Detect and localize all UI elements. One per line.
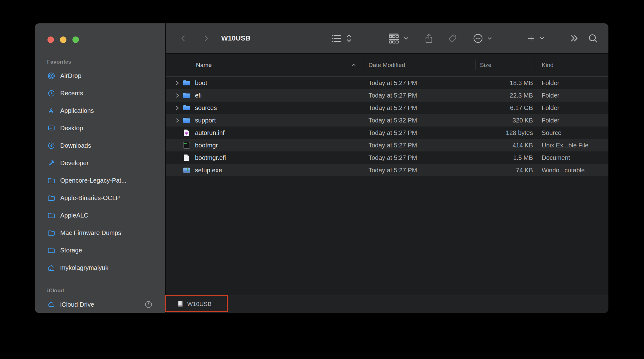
share-icon xyxy=(424,33,434,44)
sidebar-item-label: AirDrop xyxy=(60,72,81,79)
file-row-efi[interactable]: efi Today at 5:27 PM 22.3 MB Folder xyxy=(166,89,608,102)
window-controls xyxy=(47,36,79,43)
toolbar-overflow-button[interactable] xyxy=(569,34,579,43)
zoom-button[interactable] xyxy=(72,36,79,43)
folder-icon xyxy=(183,104,191,112)
column-label: Name xyxy=(196,62,212,69)
file-date: Today at 5:27 PM xyxy=(364,167,476,174)
path-bar: W10USB xyxy=(166,295,608,313)
sidebar-item-downloads[interactable]: Downloads xyxy=(35,137,165,154)
sidebar-section-favorites: Favorites xyxy=(35,57,165,67)
folder-icon xyxy=(47,229,55,237)
disclosure-chevron-icon[interactable] xyxy=(173,79,181,87)
sidebar-item-label: iCloud Drive xyxy=(60,301,94,308)
file-row-boot[interactable]: boot Today at 5:27 PM 18.3 MB Folder xyxy=(166,77,608,89)
chevron-right-icon xyxy=(202,34,210,43)
sidebar-item-applealc[interactable]: AppleALC xyxy=(35,207,165,224)
file-kind: Folder xyxy=(535,92,608,99)
folder-icon xyxy=(47,211,55,219)
file-name: boot xyxy=(195,79,207,87)
search-button[interactable] xyxy=(588,33,598,44)
file-row-bootmgr[interactable]: bootmgr Today at 5:27 PM 414 KB Unix Ex.… xyxy=(166,139,608,151)
path-item-w10usb[interactable]: W10USB xyxy=(166,295,228,313)
file-date: Today at 5:27 PM xyxy=(364,142,476,149)
sidebar-item-apple-binaries-oclp[interactable]: Apple-Binaries-OCLP xyxy=(35,189,165,207)
file-name: bootmgr.efi xyxy=(195,154,226,161)
file-row-bootmgr-efi[interactable]: bootmgr.efi Today at 5:27 PM 1.5 MB Docu… xyxy=(166,151,608,164)
close-button[interactable] xyxy=(47,36,54,43)
view-selector-button[interactable] xyxy=(330,33,352,44)
external-disk-icon xyxy=(177,300,184,308)
sidebar-item-label: Recents xyxy=(60,90,83,97)
file-date: Today at 5:27 PM xyxy=(364,92,476,99)
file-name: autorun.inf xyxy=(195,129,225,136)
sidebar-item-label: Mac Firmware Dumps xyxy=(60,229,121,237)
forward-button[interactable] xyxy=(202,34,210,43)
file-row-setup-exe[interactable]: setup.exe Today at 5:27 PM 74 KB Windo..… xyxy=(166,164,608,176)
column-header-kind[interactable]: Kind xyxy=(535,54,608,76)
windows-executable-icon xyxy=(183,166,191,174)
minimize-button[interactable] xyxy=(60,36,66,43)
chevron-up-down-icon xyxy=(346,33,352,44)
file-date: Today at 5:27 PM xyxy=(364,79,476,87)
group-by-button[interactable] xyxy=(388,32,409,44)
file-row-support[interactable]: support Today at 5:32 PM 320 KB Folder xyxy=(166,114,608,127)
column-header-date-modified[interactable]: Date Modified xyxy=(364,54,476,76)
column-divider xyxy=(364,60,364,70)
hammer-icon xyxy=(47,159,55,167)
back-button[interactable] xyxy=(179,34,188,43)
chevron-left-icon xyxy=(179,34,188,43)
file-size: 74 KB xyxy=(476,167,535,174)
sidebar-item-label: Storage xyxy=(60,247,82,254)
file-name: sources xyxy=(195,104,217,112)
sidebar-item-developer[interactable]: Developer xyxy=(35,154,165,172)
folder-icon xyxy=(47,176,55,184)
sidebar-item-desktop[interactable]: Desktop xyxy=(35,119,165,137)
sidebar: Favorites AirDrop Recents Applications D… xyxy=(35,23,166,313)
share-button[interactable] xyxy=(424,33,434,44)
folder-icon xyxy=(183,79,191,87)
file-size: 1.5 MB xyxy=(476,154,535,161)
plus-icon xyxy=(527,34,535,43)
tag-icon xyxy=(447,33,457,43)
file-kind: Folder xyxy=(535,79,608,87)
disclosure-chevron-icon[interactable] xyxy=(173,116,181,124)
document-icon xyxy=(183,154,191,162)
window-title: W10USB xyxy=(221,34,251,42)
sidebar-item-label: Developer xyxy=(60,160,89,167)
file-kind: Document xyxy=(535,154,608,161)
file-name: support xyxy=(195,117,216,124)
sidebar-item-storage[interactable]: Storage xyxy=(35,242,165,259)
folder-icon xyxy=(183,116,191,124)
desktop-icon xyxy=(47,124,55,132)
file-date: Today at 5:27 PM xyxy=(364,154,476,161)
sidebar-item-icloud-drive[interactable]: iCloud Drive xyxy=(35,296,165,313)
file-row-autorun-inf[interactable]: autorun.inf Today at 5:27 PM 128 bytes S… xyxy=(166,127,608,139)
disclosure-spacer xyxy=(173,154,181,162)
file-row-sources[interactable]: sources Today at 5:27 PM 6.17 GB Folder xyxy=(166,102,608,114)
sidebar-item-mac-firmware-dumps[interactable]: Mac Firmware Dumps xyxy=(35,224,165,242)
source-file-icon xyxy=(183,129,191,137)
add-new-button[interactable] xyxy=(527,34,544,43)
column-header-name[interactable]: Name xyxy=(166,54,364,76)
column-header-size[interactable]: Size xyxy=(476,54,535,76)
file-size: 414 KB xyxy=(476,142,535,149)
more-actions-button[interactable] xyxy=(472,33,492,44)
file-name: setup.exe xyxy=(195,167,222,174)
disclosure-spacer xyxy=(173,129,181,137)
tag-button[interactable] xyxy=(447,33,457,43)
sidebar-item-recents[interactable]: Recents xyxy=(35,84,165,102)
unix-executable-icon xyxy=(183,141,191,149)
disclosure-chevron-icon[interactable] xyxy=(173,104,181,112)
sidebar-item-airdrop[interactable]: AirDrop xyxy=(35,67,165,84)
column-divider xyxy=(535,60,535,70)
sidebar-item-home[interactable]: mykolagrymalyuk xyxy=(35,259,165,276)
file-size: 6.17 GB xyxy=(476,104,535,112)
chevron-down-icon xyxy=(539,36,544,41)
disclosure-chevron-icon[interactable] xyxy=(173,91,181,99)
sidebar-item-applications[interactable]: Applications xyxy=(35,102,165,119)
sidebar-item-opencore-legacy-patcher[interactable]: Opencore-Legacy-Pat... xyxy=(35,172,165,189)
file-kind: Source xyxy=(535,129,608,136)
double-chevron-right-icon xyxy=(569,34,579,43)
finder-window: Favorites AirDrop Recents Applications D… xyxy=(35,23,608,313)
